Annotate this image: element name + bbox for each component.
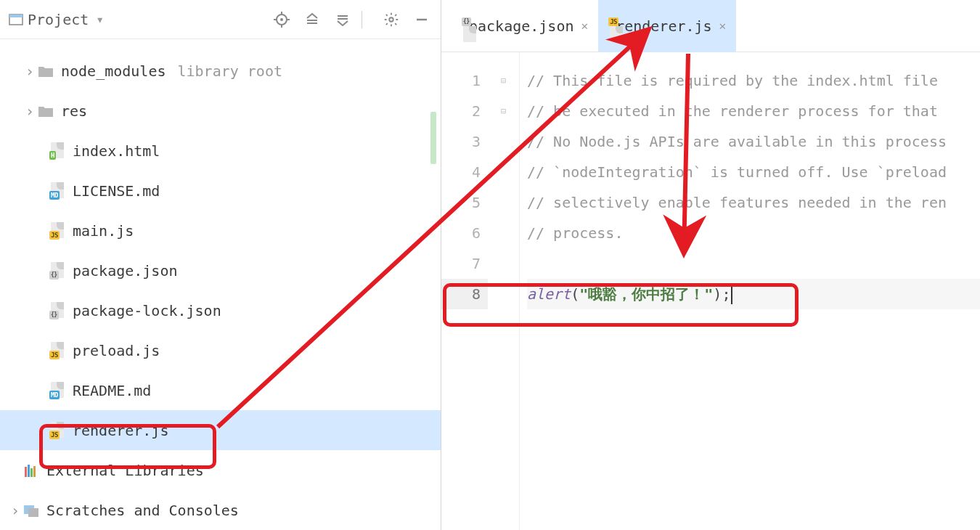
tree-item-label: main.js (73, 222, 134, 240)
js-file-icon: JS (48, 422, 67, 439)
tab-label: package.json (469, 17, 574, 35)
chevron-down-icon: ▾ (96, 12, 104, 27)
minimize-icon[interactable] (412, 9, 432, 30)
svg-rect-15 (28, 465, 30, 477)
tab-package-json[interactable]: {} package.json ✕ (452, 0, 598, 52)
svg-rect-19 (28, 508, 38, 517)
tree-item-label: README.md (73, 382, 151, 399)
folder-icon (36, 62, 55, 80)
text-cursor (731, 287, 732, 304)
chevron-right-icon: › (9, 502, 22, 519)
editor-area: {} package.json ✕ JS renderer.js ✕ 1 2 3… (441, 0, 980, 530)
tab-renderer-js[interactable]: JS renderer.js ✕ (598, 0, 736, 52)
tree-item-label: Scratches and Consoles (46, 502, 239, 519)
tree-item-label: index.html (73, 142, 160, 160)
editor-tabs: {} package.json ✕ JS renderer.js ✕ (441, 0, 980, 52)
md-file-icon: MD (48, 382, 67, 399)
view-mode-label: Project (28, 11, 89, 28)
folder-icon (36, 102, 55, 120)
locate-icon[interactable] (271, 9, 292, 30)
html-file-icon: H (48, 142, 67, 160)
tree-item-package-json[interactable]: {} package.json (0, 250, 441, 290)
js-file-icon: JS (48, 342, 67, 359)
tree-item-label: package.json (73, 262, 178, 280)
tree-item-renderer-js[interactable]: JS renderer.js (0, 410, 441, 450)
js-file-icon: JS (48, 222, 67, 240)
fold-gutter: ⊟ ⊟ (488, 52, 520, 530)
tree-item-scratches[interactable]: › Scratches and Consoles (0, 490, 441, 530)
tree-item-res[interactable]: › res (0, 91, 441, 131)
tree-item-index-html[interactable]: H index.html (0, 131, 441, 171)
md-file-icon: MD (48, 182, 67, 200)
project-icon (9, 14, 23, 25)
svg-point-12 (389, 17, 393, 22)
close-icon[interactable]: ✕ (581, 19, 589, 33)
svg-rect-14 (25, 467, 27, 477)
json-file-icon: {} (48, 302, 67, 319)
tab-label: renderer.js (616, 17, 711, 35)
sidebar-header: Project ▾ (0, 0, 441, 39)
svg-rect-16 (30, 468, 33, 477)
separator (362, 11, 362, 28)
expand-all-icon[interactable] (302, 9, 322, 30)
tree-item-external-libraries[interactable]: External Libraries (0, 450, 441, 490)
tree-item-label: renderer.js (73, 422, 168, 439)
svg-rect-17 (33, 466, 36, 477)
tree-item-label: package-lock.json (73, 302, 221, 319)
tree-item-node-modules[interactable]: › node_modules library root (0, 51, 441, 91)
json-file-icon: {} (48, 262, 67, 280)
tree-item-package-lock-json[interactable]: {} package-lock.json (0, 290, 441, 330)
project-sidebar: Project ▾ › node_modules library root › (0, 0, 441, 530)
code-body[interactable]: // This file is required by the index.ht… (520, 52, 980, 530)
chevron-right-icon: › (23, 62, 36, 80)
tree-item-main-js[interactable]: JS main.js (0, 211, 441, 250)
tree-item-label: External Libraries (46, 462, 204, 479)
tree-item-suffix: library root (178, 62, 283, 80)
tree-item-label: res (61, 102, 87, 120)
project-tree: › node_modules library root › res H inde… (0, 39, 441, 530)
tree-item-label: node_modules (61, 62, 166, 80)
collapse-all-icon[interactable] (332, 9, 353, 30)
gear-icon[interactable] (381, 9, 401, 30)
close-icon[interactable]: ✕ (719, 19, 727, 33)
line-number-gutter: 1 2 3 4 5 6 7 8 (441, 52, 488, 530)
tree-item-license-md[interactable]: MD LICENSE.md (0, 171, 441, 211)
svg-rect-1 (9, 15, 23, 17)
svg-point-3 (280, 18, 283, 21)
code-editor[interactable]: 1 2 3 4 5 6 7 8 ⊟ ⊟ // This file is requ… (441, 52, 980, 530)
scratches-icon (22, 502, 41, 519)
chevron-right-icon: › (23, 102, 36, 120)
tree-item-label: preload.js (73, 342, 160, 359)
view-mode-dropdown[interactable]: Project ▾ (9, 11, 104, 28)
tree-item-label: LICENSE.md (73, 182, 160, 200)
code-line-alert: alert("哦豁，你中招了！"); (527, 279, 980, 309)
libraries-icon (22, 462, 41, 479)
tree-item-readme-md[interactable]: MD README.md (0, 370, 441, 410)
tree-item-preload-js[interactable]: JS preload.js (0, 330, 441, 370)
